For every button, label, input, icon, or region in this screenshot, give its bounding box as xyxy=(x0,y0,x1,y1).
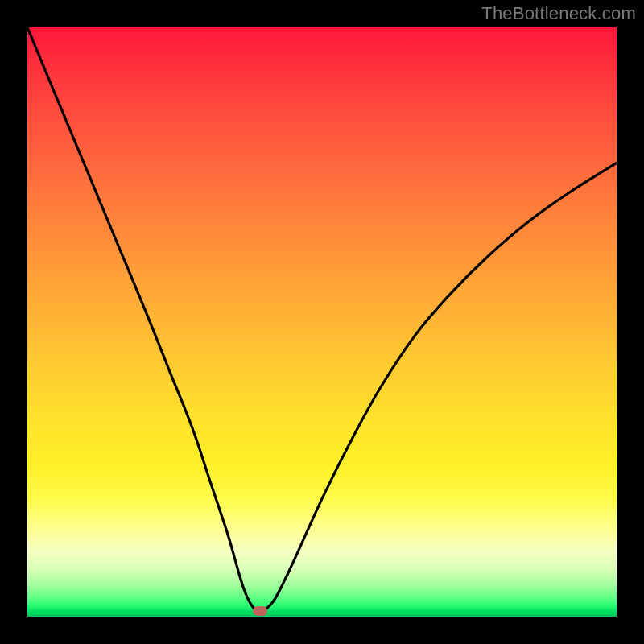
watermark-text: TheBottleneck.com xyxy=(481,3,636,24)
chart-frame: TheBottleneck.com xyxy=(0,0,644,644)
plot-area xyxy=(27,27,617,617)
bottleneck-curve xyxy=(27,27,617,617)
optimal-marker xyxy=(253,606,267,616)
